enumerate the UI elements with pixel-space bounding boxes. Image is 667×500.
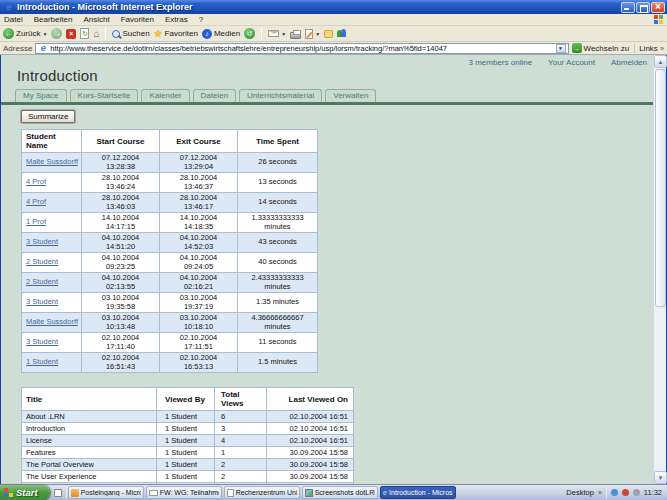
viewed-by-cell: 1 Student xyxy=(157,423,215,435)
task-button-introduction-active[interactable]: Introduction - Micros... xyxy=(380,486,456,499)
student-name-link[interactable]: 4 Prof xyxy=(26,197,46,206)
menu-item[interactable]: ? xyxy=(199,15,203,24)
menu-item[interactable]: Datei xyxy=(4,15,23,24)
student-name-link[interactable]: 2 Student xyxy=(26,277,58,286)
messenger-button[interactable] xyxy=(337,29,346,38)
menu-item[interactable]: Favoriten xyxy=(121,15,154,24)
chevron-right-icon[interactable]: » xyxy=(598,489,602,496)
time-spent-cell: 1.35 minutes xyxy=(238,293,318,313)
exit-course-cell: 28.10.200413:46:17 xyxy=(160,193,238,213)
start-course-cell: 04.10.200414:51:20 xyxy=(82,233,160,253)
summarize-button[interactable]: Summarize xyxy=(21,110,75,123)
student-name-link[interactable]: 3 Student xyxy=(26,337,58,346)
restore-button[interactable] xyxy=(636,2,650,13)
student-name-link[interactable]: 2 Student xyxy=(26,257,58,266)
column-header: Viewed By xyxy=(157,388,215,411)
portal-tab[interactable]: Kurs-Startseite xyxy=(70,89,139,102)
media-button[interactable]: Medien xyxy=(202,29,240,39)
home-button[interactable] xyxy=(93,29,99,39)
tray-alert-icon[interactable] xyxy=(622,489,629,496)
search-button[interactable]: Suchen xyxy=(112,29,149,38)
task-button-screenshots[interactable]: Screenshots dotLRN... xyxy=(302,486,378,499)
print-button[interactable] xyxy=(290,29,301,39)
taskbar: Start Posteingang - Micros... FW: WG: Te… xyxy=(0,484,667,500)
student-name-link[interactable]: 3 Student xyxy=(26,237,58,246)
portal-tabs: My SpaceKurs-StartseiteKalenderDateienUn… xyxy=(15,88,653,102)
media-label: Medien xyxy=(214,29,240,38)
refresh-button[interactable] xyxy=(80,28,89,39)
browser-toolbar: Zurück Suchen Favoriten Medien xyxy=(0,26,667,42)
portal-tab[interactable]: Unterrichtsmaterial xyxy=(239,89,322,102)
table-row: About .LRN 1 Student 6 02.10.2004 16:51 xyxy=(22,411,354,423)
menu-item[interactable]: Extras xyxy=(165,15,188,24)
student-name-link[interactable]: Malte Sussdorff xyxy=(26,157,78,166)
portal-tab[interactable]: My Space xyxy=(15,89,67,102)
start-course-cell: 03.10.200419:35:58 xyxy=(82,293,160,313)
scroll-up-icon[interactable] xyxy=(654,55,667,68)
go-button[interactable]: Wechseln zu xyxy=(572,43,630,53)
total-views-cell: 4 xyxy=(215,435,267,447)
back-dropdown-icon[interactable] xyxy=(42,31,47,37)
total-views-cell: 6 xyxy=(215,411,267,423)
exit-course-cell: 04.10.200409:24:05 xyxy=(160,253,238,273)
print-icon xyxy=(290,32,301,39)
tray-network-icon[interactable] xyxy=(611,489,618,496)
discuss-button[interactable] xyxy=(324,30,333,38)
history-button[interactable] xyxy=(244,28,255,39)
column-header: Student Name xyxy=(22,130,82,153)
page-title: Introduction xyxy=(17,68,653,84)
tray-volume-icon[interactable] xyxy=(633,489,640,496)
exit-course-cell: 02.10.200416:53:13 xyxy=(160,353,238,373)
quick-launch-icon[interactable] xyxy=(54,489,62,497)
table-row: 4 Prof 28.10.200413:46:03 28.10.200413:4… xyxy=(22,193,318,213)
student-name-link[interactable]: 1 Student xyxy=(26,357,58,366)
task-button-posteingang[interactable]: Posteingang - Micros... xyxy=(68,486,144,499)
student-name-link[interactable]: 4 Prof xyxy=(26,177,46,186)
menu-item[interactable]: Bearbeiten xyxy=(34,15,73,24)
edit-button[interactable] xyxy=(305,29,320,39)
address-input[interactable]: http://www.theservice.de/dotlrn/classes/… xyxy=(35,43,568,54)
tray-separator xyxy=(606,487,607,499)
stop-button[interactable] xyxy=(66,29,76,39)
start-button[interactable]: Start xyxy=(0,485,50,500)
ie-icon xyxy=(383,489,387,497)
favorites-button[interactable]: Favoriten xyxy=(154,29,198,39)
your-account-link[interactable]: Your Account xyxy=(548,58,595,67)
mail-app-icon xyxy=(71,489,79,497)
title-cell: The Portal Overview xyxy=(22,459,157,471)
vertical-scrollbar[interactable] xyxy=(653,55,666,484)
scroll-down-icon[interactable] xyxy=(654,471,667,484)
time-spent-cell: 11 seconds xyxy=(238,333,318,353)
portal-tab[interactable]: Dateien xyxy=(193,89,237,102)
student-name-link[interactable]: 1 Prof xyxy=(26,217,46,226)
table-row: 4 Prof 28.10.200413:46:24 28.10.200413:4… xyxy=(22,173,318,193)
minimize-button[interactable] xyxy=(621,2,635,13)
scrollbar-thumb[interactable] xyxy=(655,69,666,307)
student-name-link[interactable]: 3 Student xyxy=(26,297,58,306)
portal-tab[interactable]: Kalender xyxy=(141,89,189,102)
task-button-rechenzentrum[interactable]: Rechenzentrum Uni K... xyxy=(224,486,300,499)
title-cell: Introduction xyxy=(22,423,157,435)
windows-flag-icon xyxy=(4,488,13,497)
logout-link[interactable]: Abmelden xyxy=(611,58,647,67)
address-dropdown-button[interactable] xyxy=(556,44,566,53)
members-online-link[interactable]: 3 members online xyxy=(469,58,533,67)
total-views-cell: 2 xyxy=(215,471,267,483)
table-row: 3 Student 03.10.200419:35:58 03.10.20041… xyxy=(22,293,318,313)
portal-tab[interactable]: Verwalten xyxy=(325,89,376,102)
exit-course-cell: 03.10.200410:18:10 xyxy=(160,313,238,333)
desktop-toolbar[interactable]: Desktop xyxy=(566,488,594,497)
menu-item[interactable]: Ansicht xyxy=(83,15,109,24)
time-spent-cell: 43 seconds xyxy=(238,233,318,253)
task-button-mail-message[interactable]: FW: WG: Teilnahme v... xyxy=(146,486,222,499)
close-button[interactable] xyxy=(651,2,665,13)
last-viewed-cell: 02.10.2004 16:51 xyxy=(267,411,354,423)
edit-dropdown-icon[interactable] xyxy=(315,31,320,37)
student-name-link[interactable]: Malte Sussdorff xyxy=(26,317,78,326)
mail-dropdown-icon[interactable] xyxy=(281,31,286,37)
start-course-cell: 28.10.200413:46:03 xyxy=(82,193,160,213)
forward-button[interactable] xyxy=(51,28,62,39)
mail-button[interactable] xyxy=(268,30,286,37)
back-button[interactable]: Zurück xyxy=(3,28,47,39)
links-toolbar[interactable]: Links » xyxy=(634,44,664,53)
